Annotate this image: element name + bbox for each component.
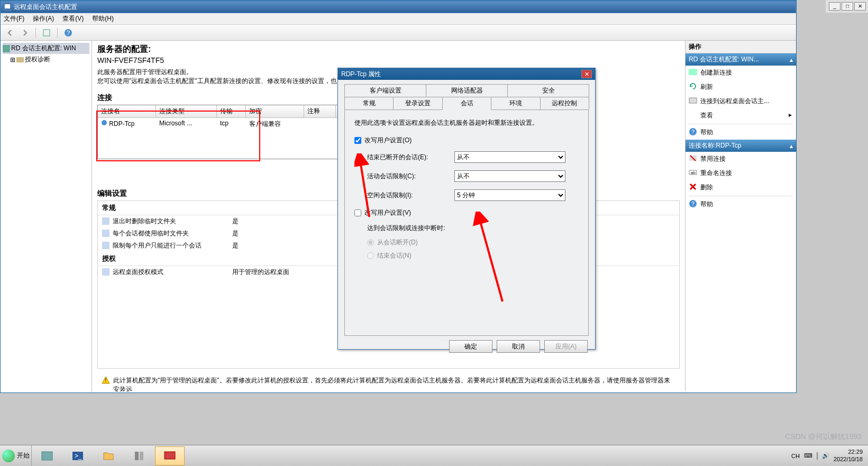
window-title: 远程桌面会话主机配置	[14, 3, 793, 12]
override-checkbox-1[interactable]: 改写用户设置(O)	[354, 136, 579, 145]
action-view[interactable]: 查看 ▸	[686, 108, 796, 123]
svg-rect-27	[42, 452, 52, 460]
flag-icon[interactable]	[817, 453, 818, 459]
idle-session-select[interactable]: 5 分钟	[454, 189, 565, 201]
minimize-button[interactable]: _	[829, 2, 840, 11]
task-explorer[interactable]	[94, 446, 123, 465]
menu-view[interactable]: 查看(V)	[62, 14, 84, 23]
tab-remote-control[interactable]: 远程控制	[540, 97, 589, 109]
action-connect-remote[interactable]: 连接到远程桌面会话主...	[686, 94, 796, 108]
active-session-select[interactable]: 从不	[454, 170, 565, 182]
clock-date[interactable]: 2022/10/18	[834, 456, 863, 462]
help-button[interactable]: ?	[62, 26, 75, 39]
tree-child-label: 授权诊断	[25, 55, 50, 64]
task-powershell[interactable]: >_	[63, 446, 93, 465]
refresh-icon	[689, 82, 697, 90]
clock-time[interactable]: 22:29	[848, 449, 863, 455]
action-create-connection[interactable]: 创建新连接	[686, 66, 796, 80]
action-delete[interactable]: 删除	[686, 180, 796, 195]
server-icon	[3, 45, 10, 52]
delete-icon	[689, 182, 697, 191]
forward-button[interactable]	[19, 26, 31, 39]
tab-session[interactable]: 会话	[442, 97, 491, 110]
svg-rect-1	[5, 4, 10, 8]
config-heading: 服务器的配置:	[97, 44, 680, 55]
tree-expand-icon: ⊞	[10, 56, 15, 63]
chevron-up-icon[interactable]: ▴	[790, 56, 793, 63]
cancel-button[interactable]: 取消	[497, 340, 540, 353]
action-rename[interactable]: ab 重命名连接	[686, 166, 796, 180]
svg-rect-31	[140, 452, 143, 460]
start-button[interactable]: 开始	[0, 445, 32, 467]
taskbar: 开始 >_ CH ⌨ 🔊 22:29 2022/10/18	[0, 445, 868, 466]
dialog-tabs: 客户端设置 网络适配器 安全 常规 登录设置 会话 环境 远程控制 使用此选项卡…	[344, 84, 589, 336]
speaker-icon[interactable]: 🔊	[822, 452, 829, 459]
col-rem[interactable]: 注释	[304, 105, 336, 117]
tree-child[interactable]: ⊞ 授权诊断	[3, 54, 89, 65]
override-checkbox-2[interactable]: 改写用户设置(V)	[354, 208, 579, 217]
svg-rect-14	[689, 98, 697, 103]
disconnected-session-select[interactable]: 从不	[454, 151, 565, 163]
menu-help[interactable]: 帮助(H)	[92, 14, 114, 23]
menubar: 文件(F) 操作(A) 查看(V) 帮助(H)	[1, 13, 796, 25]
svg-rect-6	[16, 57, 24, 62]
tab-client[interactable]: 客户端设置	[344, 84, 426, 97]
toolbar: ?	[1, 25, 796, 41]
ok-button[interactable]: 确定	[449, 340, 492, 353]
tree-root-label: RD 会话主机配置: WIN	[11, 44, 76, 53]
tab-login[interactable]: 登录设置	[393, 97, 442, 109]
override-check-2[interactable]	[354, 209, 361, 216]
col-type[interactable]: 连接类型	[156, 105, 217, 117]
svg-rect-2	[43, 30, 50, 36]
properties-dialog: RDP-Tcp 属性 ✕ 客户端设置 网络适配器 安全 常规 登录设置 会话 环…	[337, 68, 596, 350]
ime-indicator[interactable]: CH	[791, 453, 800, 459]
menu-action[interactable]: 操作(A)	[33, 14, 54, 23]
radio-end: 结束会话(N)	[367, 251, 579, 260]
task-server-manager[interactable]	[32, 446, 62, 465]
close-button[interactable]: ✕	[854, 2, 866, 11]
setting-icon	[102, 217, 109, 225]
svg-rect-8	[102, 217, 109, 225]
setting-icon	[102, 242, 109, 249]
chevron-right-icon: ▸	[789, 111, 792, 118]
svg-rect-5	[3, 45, 10, 52]
table-row[interactable]: RDP-Tcp Microsoft ... tcp 客户端兼容	[98, 118, 340, 130]
override-check-1[interactable]	[354, 137, 361, 144]
tab-general[interactable]: 常规	[344, 97, 394, 109]
connections-table: 连接名 连接类型 传输 加密 注释 RDP-Tcp Microsoft ... …	[97, 105, 341, 159]
dialog-close-button[interactable]: ✕	[581, 70, 592, 78]
svg-text:?: ?	[67, 30, 70, 36]
help-icon: ?	[689, 127, 697, 136]
tab-environment[interactable]: 环境	[491, 97, 540, 109]
maximize-button[interactable]: □	[842, 2, 853, 11]
refresh-button[interactable]	[40, 26, 53, 39]
system-tray: CH ⌨ 🔊 22:29 2022/10/18	[791, 449, 868, 462]
tree-root[interactable]: RD 会话主机配置: WIN	[3, 43, 89, 54]
col-trans[interactable]: 传输	[217, 105, 246, 117]
tab-content: 使用此选项卡设置远程桌面会话主机服务器超时和重新连接设置。 改写用户设置(O) …	[344, 109, 589, 336]
field-idle: 空闲会话限制(I): 5 分钟	[367, 189, 579, 201]
keyboard-icon[interactable]: ⌨	[804, 452, 812, 459]
svg-rect-32	[165, 452, 175, 459]
task-rd-config[interactable]	[155, 446, 185, 465]
back-button[interactable]	[4, 26, 16, 39]
svg-rect-9	[102, 230, 109, 237]
chevron-up-icon[interactable]: ▴	[790, 142, 793, 150]
radio-disconnect: 从会话断开(D)	[367, 238, 579, 247]
field-disconnected: 结束已断开的会话(E): 从不	[367, 151, 579, 163]
col-enc[interactable]: 加密	[246, 105, 304, 117]
tab-network[interactable]: 网络适配器	[426, 84, 508, 97]
svg-text:>_: >_	[75, 452, 82, 460]
disable-icon	[689, 154, 697, 162]
action-help-2[interactable]: ? 帮助	[686, 197, 796, 212]
task-services[interactable]	[124, 446, 154, 465]
menu-file[interactable]: 文件(F)	[4, 14, 24, 23]
warning-row: ! 此计算机配置为"用于管理的远程桌面"。若要修改此计算机的授权设置，首先必须将…	[97, 374, 680, 391]
col-name[interactable]: 连接名	[98, 105, 156, 117]
rename-icon: ab	[689, 168, 697, 177]
action-disable[interactable]: 禁用连接	[686, 152, 796, 166]
action-help-1[interactable]: ? 帮助	[686, 125, 796, 140]
app-icon	[3, 3, 12, 11]
tab-security[interactable]: 安全	[507, 84, 589, 97]
action-refresh[interactable]: 刷新	[686, 80, 796, 94]
